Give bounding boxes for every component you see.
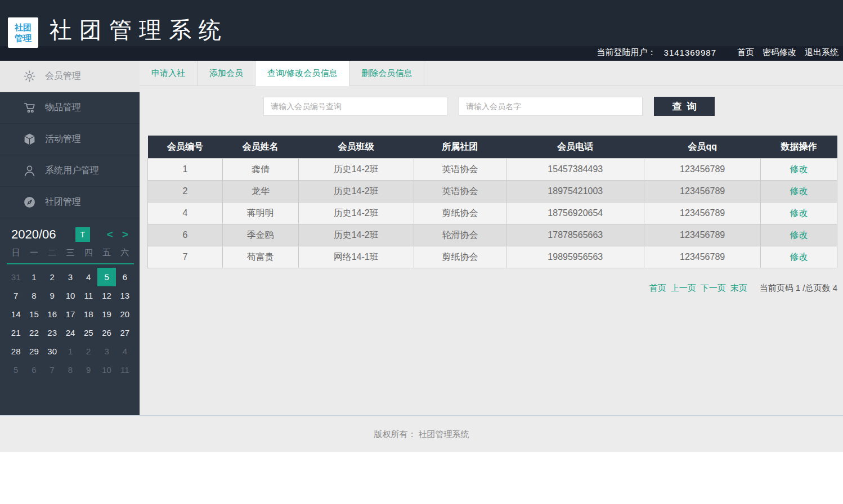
main: 会员管理物品管理活动管理系统用户管理社团管理 2020/06 T < > 日一二… (0, 61, 843, 415)
calendar-day[interactable]: 4 (79, 268, 97, 286)
edit-link[interactable]: 修改 (790, 186, 808, 196)
calendar-day[interactable]: 1 (61, 342, 79, 361)
table-cell-qq: 123456789 (644, 224, 761, 246)
calendar-day[interactable]: 20 (116, 305, 134, 323)
header-link-home[interactable]: 首页 (737, 47, 754, 57)
calendar-day[interactable]: 11 (116, 361, 134, 379)
calendar-day[interactable]: 5 (7, 361, 25, 379)
calendar-day[interactable]: 12 (97, 286, 115, 305)
calendar-today-button[interactable]: T (75, 227, 90, 242)
calendar-day[interactable]: 5 (97, 268, 115, 286)
table-cell-phone: 18975421003 (506, 181, 644, 202)
pagination-links: 首页上一页下一页末页 (645, 283, 747, 294)
calendar-grid: 3112345678910111213141516171819202122232… (7, 268, 134, 379)
search-button[interactable]: 查询 (654, 97, 715, 116)
calendar-day[interactable]: 28 (7, 342, 25, 361)
table-cell-club: 剪纸协会 (414, 202, 506, 224)
calendar-weekday: 一 (25, 248, 43, 258)
calendar-day[interactable]: 7 (7, 286, 25, 305)
edit-link[interactable]: 修改 (790, 164, 808, 174)
pagination-link-next[interactable]: 下一页 (701, 283, 726, 292)
edit-link[interactable]: 修改 (790, 230, 808, 240)
calendar-day[interactable]: 2 (43, 268, 61, 286)
table-cell-name: 龙华 (222, 181, 298, 202)
sidebar-item-label: 物品管理 (45, 102, 81, 114)
calendar-day[interactable]: 11 (79, 286, 97, 305)
page: 社团 管理 社团管理系统 当前登陆用户： 3141369987 首页密码修改退出… (0, 0, 843, 504)
table-cell-name: 季金鸥 (222, 224, 298, 246)
calendar-day[interactable]: 29 (25, 342, 43, 361)
member-name-search-input[interactable] (459, 97, 643, 116)
calendar-day[interactable]: 17 (61, 305, 79, 323)
calendar-day[interactable]: 8 (25, 286, 43, 305)
pagination-link-first[interactable]: 首页 (649, 283, 666, 292)
calendar-day[interactable]: 6 (116, 268, 134, 286)
edit-link[interactable]: 修改 (790, 252, 808, 262)
calendar-day[interactable]: 14 (7, 305, 25, 323)
pagination-link-prev[interactable]: 上一页 (671, 283, 696, 292)
calendar-day[interactable]: 25 (79, 323, 97, 342)
edit-link[interactable]: 修改 (790, 208, 808, 218)
calendar-day[interactable]: 16 (43, 305, 61, 323)
calendar-day[interactable]: 27 (116, 323, 134, 342)
table-cell-phone: 17878565663 (506, 224, 644, 246)
sidebar-item-goods[interactable]: 物品管理 (0, 92, 140, 124)
calendar-day[interactable]: 18 (79, 305, 97, 323)
sidebar-item-system-user[interactable]: 系统用户管理 (0, 155, 140, 187)
app-logo: 社团 管理 (8, 17, 38, 48)
table-row: 4蒋明明历史14-2班剪纸协会18756920654123456789修改 (148, 202, 837, 224)
table-header: 会员编号会员姓名会员班级所属社团会员电话会员qq数据操作 (148, 136, 837, 159)
calendar-day[interactable]: 3 (97, 342, 115, 361)
sidebar-item-member[interactable]: 会员管理 (0, 61, 140, 92)
calendar-day[interactable]: 13 (116, 286, 134, 305)
calendar: 2020/06 T < > 日一二三四五六 311234567891011121… (0, 218, 140, 379)
calendar-day[interactable]: 22 (25, 323, 43, 342)
member-id-search-input[interactable] (263, 97, 447, 116)
column-header: 数据操作 (761, 136, 837, 159)
table-cell-club: 英语协会 (414, 181, 506, 202)
pagination-link-last[interactable]: 末页 (730, 283, 747, 292)
table-cell-name: 苟富贵 (222, 246, 298, 268)
calendar-day[interactable]: 9 (79, 361, 97, 379)
calendar-day[interactable]: 2 (79, 342, 97, 361)
calendar-day[interactable]: 8 (61, 361, 79, 379)
table-cell-qq: 123456789 (644, 202, 761, 224)
table-cell-name: 龚倩 (222, 159, 298, 181)
calendar-day[interactable]: 23 (43, 323, 61, 342)
calendar-day[interactable]: 21 (7, 323, 25, 342)
calendar-month-title: 2020/06 (11, 227, 75, 242)
tab-delete[interactable]: 删除会员信息 (349, 61, 424, 86)
search-row: 查询 (263, 97, 843, 116)
sidebar-item-label: 系统用户管理 (45, 165, 99, 177)
tab-query-modify[interactable]: 查询/修改会员信息 (255, 61, 349, 86)
calendar-day[interactable]: 4 (116, 342, 134, 361)
header-link-password[interactable]: 密码修改 (763, 47, 796, 57)
calendar-day[interactable]: 24 (61, 323, 79, 342)
table-cell-club: 轮滑协会 (414, 224, 506, 246)
header-link-logout[interactable]: 退出系统 (805, 47, 838, 57)
calendar-day[interactable]: 15 (25, 305, 43, 323)
table-cell-action: 修改 (761, 202, 837, 224)
calendar-day[interactable]: 10 (61, 286, 79, 305)
calendar-weekday: 四 (79, 248, 97, 258)
calendar-day[interactable]: 9 (43, 286, 61, 305)
calendar-day[interactable]: 26 (97, 323, 115, 342)
table-cell-id: 4 (148, 202, 223, 224)
table-cell-action: 修改 (761, 224, 837, 246)
calendar-day[interactable]: 19 (97, 305, 115, 323)
tab-apply[interactable]: 申请入社 (140, 61, 198, 86)
calendar-day[interactable]: 31 (7, 268, 25, 286)
calendar-day[interactable]: 7 (43, 361, 61, 379)
content: 申请入社添加会员查询/修改会员信息删除会员信息 查询 会员编号会员姓名会员班级所… (140, 61, 843, 415)
tab-add[interactable]: 添加会员 (198, 61, 255, 86)
calendar-day[interactable]: 30 (43, 342, 61, 361)
calendar-next-icon[interactable]: > (118, 228, 133, 241)
column-header: 会员电话 (506, 136, 644, 159)
calendar-day[interactable]: 6 (25, 361, 43, 379)
calendar-prev-icon[interactable]: < (102, 228, 118, 241)
sidebar-item-activity[interactable]: 活动管理 (0, 124, 140, 155)
calendar-day[interactable]: 1 (25, 268, 43, 286)
calendar-day[interactable]: 3 (61, 268, 79, 286)
calendar-day[interactable]: 10 (97, 361, 115, 379)
sidebar-item-club[interactable]: 社团管理 (0, 187, 140, 218)
